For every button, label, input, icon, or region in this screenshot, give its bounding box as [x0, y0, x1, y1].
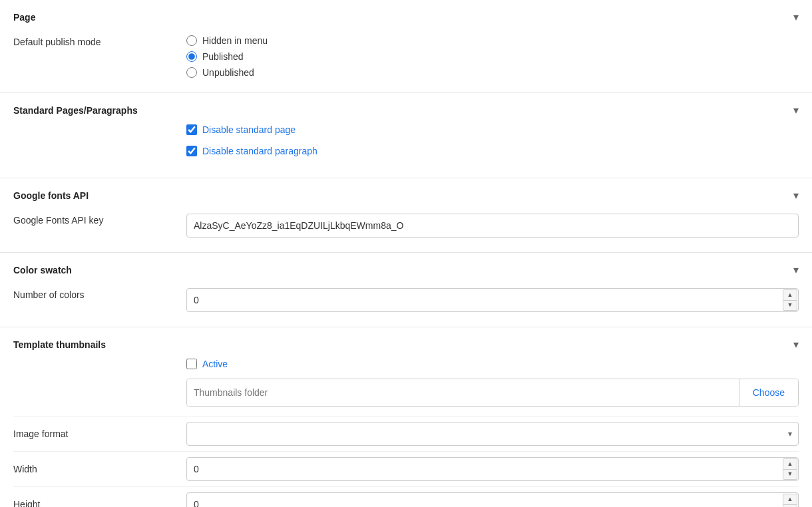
radio-item-unpublished[interactable]: Unpublished	[186, 67, 799, 78]
template-thumbnails-chevron[interactable]: ▾	[793, 338, 799, 351]
google-fonts-chevron[interactable]: ▾	[793, 189, 799, 202]
google-fonts-api-key-row: Google Fonts API key	[13, 210, 799, 242]
disable-standard-paragraph-checkbox[interactable]	[186, 146, 197, 156]
height-input[interactable]	[186, 492, 799, 507]
disable-standard-page-label: Disable standard page	[202, 124, 296, 135]
active-label: Active	[202, 359, 228, 369]
page-section-title: Page	[13, 12, 35, 23]
api-key-control	[186, 214, 799, 238]
number-of-colors-label: Number of colors	[13, 288, 186, 300]
image-format-label: Image format	[13, 428, 186, 439]
thumbnails-folder-row: Choose	[186, 379, 799, 407]
number-spinner-buttons: ▲ ▼	[783, 289, 797, 311]
width-wrapper: ▲ ▼	[186, 457, 799, 481]
disable-standard-paragraph-row[interactable]: Disable standard paragraph	[186, 146, 799, 156]
radio-published[interactable]	[186, 51, 197, 62]
image-format-select[interactable]	[186, 422, 799, 446]
height-spinner-up[interactable]: ▲	[783, 494, 797, 504]
thumbnails-folder-input[interactable]	[187, 379, 739, 406]
template-thumbnails-body: Active Choose	[13, 359, 799, 407]
disable-standard-paragraph-label: Disable standard paragraph	[202, 146, 317, 156]
width-control: ▲ ▼	[186, 457, 799, 481]
width-input[interactable]	[186, 457, 799, 481]
height-row: Height ▲ ▼	[13, 486, 799, 507]
active-checkbox[interactable]	[186, 359, 197, 369]
radio-unpublished-label: Unpublished	[202, 67, 254, 78]
width-label: Width	[13, 464, 186, 474]
template-thumbnails-title: Template thumbnails	[13, 339, 106, 350]
number-of-colors-wrapper: ▲ ▼	[186, 288, 799, 312]
radio-item-published[interactable]: Published	[186, 51, 799, 62]
number-of-colors-row: Number of colors ▲ ▼	[13, 284, 799, 316]
color-swatch-chevron[interactable]: ▾	[793, 263, 799, 276]
height-wrapper: ▲ ▼	[186, 492, 799, 507]
width-spinner-up[interactable]: ▲	[783, 458, 797, 469]
number-spinner-down[interactable]: ▼	[783, 300, 797, 311]
radio-hidden-label: Hidden in menu	[202, 35, 268, 46]
image-format-select-wrapper: ▾	[186, 422, 799, 446]
page-section-chevron[interactable]: ▾	[793, 11, 799, 23]
radio-hidden[interactable]	[186, 35, 197, 46]
image-format-control: ▾	[186, 422, 799, 446]
radio-published-label: Published	[202, 51, 244, 62]
number-spinner-up[interactable]: ▲	[783, 289, 797, 300]
choose-button[interactable]: Choose	[739, 379, 798, 406]
image-format-row: Image format ▾	[13, 416, 799, 451]
height-control: ▲ ▼	[186, 492, 799, 507]
standard-pages-chevron[interactable]: ▾	[793, 104, 799, 116]
publish-mode-control: Hidden in menu Published Unpublished	[186, 35, 799, 78]
google-fonts-section: Google fonts API ▾ Google Fonts API key	[0, 178, 812, 253]
google-fonts-title: Google fonts API	[13, 190, 89, 201]
color-swatch-section: Color swatch ▾ Number of colors ▲ ▼	[0, 253, 812, 327]
height-spinner-buttons: ▲ ▼	[783, 494, 797, 507]
radio-item-hidden[interactable]: Hidden in menu	[186, 35, 799, 46]
publish-mode-radio-group: Hidden in menu Published Unpublished	[186, 35, 799, 78]
default-publish-mode-label: Default publish mode	[13, 35, 186, 47]
radio-unpublished[interactable]	[186, 67, 197, 78]
template-thumbnails-section: Template thumbnails ▾ Active Choose Imag…	[0, 327, 812, 507]
number-of-colors-control: ▲ ▼	[186, 288, 799, 312]
number-of-colors-input[interactable]	[186, 288, 799, 312]
height-label: Height	[13, 499, 186, 507]
width-spinner-down[interactable]: ▼	[783, 469, 797, 480]
api-key-label: Google Fonts API key	[13, 214, 186, 226]
disable-standard-page-row[interactable]: Disable standard page	[186, 124, 799, 135]
page-section: Page ▾ Default publish mode Hidden in me…	[0, 0, 812, 93]
width-row: Width ▲ ▼	[13, 451, 799, 486]
api-key-input[interactable]	[186, 214, 799, 238]
standard-pages-body: Disable standard page Disable standard p…	[13, 124, 799, 156]
active-row[interactable]: Active	[186, 359, 799, 369]
thumbnails-folder-wrapper: Choose	[186, 379, 799, 407]
width-spinner-buttons: ▲ ▼	[783, 458, 797, 480]
standard-pages-section: Standard Pages/Paragraphs ▾ Disable stan…	[0, 93, 812, 178]
standard-pages-title: Standard Pages/Paragraphs	[13, 105, 138, 116]
height-spinner-down[interactable]: ▼	[783, 504, 797, 508]
color-swatch-title: Color swatch	[13, 265, 72, 275]
disable-standard-page-checkbox[interactable]	[186, 124, 197, 135]
